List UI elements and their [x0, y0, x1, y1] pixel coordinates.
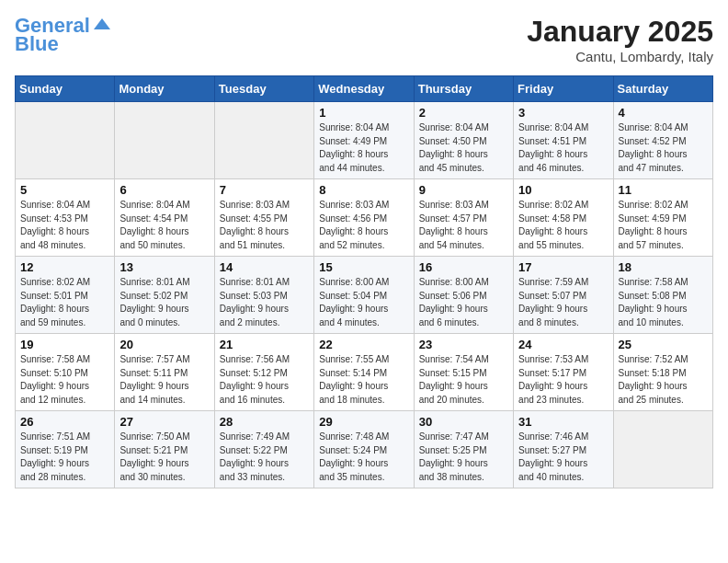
day-number: 26: [20, 415, 109, 429]
calendar-cell: 2Sunrise: 8:04 AM Sunset: 4:50 PM Daylig…: [414, 102, 513, 179]
header-day-thursday: Thursday: [414, 76, 513, 102]
day-number: 5: [20, 183, 109, 197]
day-number: 15: [319, 260, 408, 274]
calendar-cell: 11Sunrise: 8:02 AM Sunset: 4:59 PM Dayli…: [613, 179, 712, 257]
day-info: Sunrise: 8:02 AM Sunset: 5:01 PM Dayligh…: [20, 276, 109, 329]
header-day-sunday: Sunday: [16, 76, 115, 102]
calendar-cell: 23Sunrise: 7:54 AM Sunset: 5:15 PM Dayli…: [414, 334, 513, 411]
day-info: Sunrise: 8:04 AM Sunset: 4:49 PM Dayligh…: [319, 121, 408, 175]
day-number: 11: [619, 183, 708, 197]
week-row-5: 26Sunrise: 7:51 AM Sunset: 5:19 PM Dayli…: [16, 411, 713, 488]
calendar-cell: 21Sunrise: 7:56 AM Sunset: 5:12 PM Dayli…: [214, 334, 313, 411]
day-number: 4: [619, 106, 708, 120]
day-info: Sunrise: 8:04 AM Sunset: 4:51 PM Dayligh…: [518, 121, 608, 175]
calendar-cell: 18Sunrise: 7:58 AM Sunset: 5:08 PM Dayli…: [613, 257, 712, 334]
calendar-cell: 28Sunrise: 7:49 AM Sunset: 5:22 PM Dayli…: [214, 411, 313, 488]
day-info: Sunrise: 8:04 AM Sunset: 4:52 PM Dayligh…: [619, 121, 708, 175]
calendar-cell: [613, 411, 712, 488]
logo-blue-text: Blue: [15, 33, 59, 55]
calendar-cell: [16, 102, 115, 179]
day-info: Sunrise: 8:02 AM Sunset: 4:58 PM Dayligh…: [518, 199, 608, 252]
day-info: Sunrise: 7:55 AM Sunset: 5:14 PM Dayligh…: [319, 353, 408, 407]
calendar-cell: 10Sunrise: 8:02 AM Sunset: 4:58 PM Dayli…: [514, 179, 613, 257]
calendar-cell: 30Sunrise: 7:47 AM Sunset: 5:25 PM Dayli…: [414, 411, 513, 488]
day-number: 7: [220, 183, 309, 197]
day-number: 31: [518, 415, 608, 429]
calendar-cell: 16Sunrise: 8:00 AM Sunset: 5:06 PM Dayli…: [414, 257, 513, 334]
day-number: 24: [518, 338, 608, 351]
day-info: Sunrise: 8:03 AM Sunset: 4:55 PM Dayligh…: [220, 199, 309, 252]
day-info: Sunrise: 8:01 AM Sunset: 5:02 PM Dayligh…: [119, 276, 209, 329]
calendar-cell: 8Sunrise: 8:03 AM Sunset: 4:56 PM Daylig…: [314, 179, 414, 257]
calendar-cell: 17Sunrise: 7:59 AM Sunset: 5:07 PM Dayli…: [514, 257, 613, 334]
day-info: Sunrise: 8:03 AM Sunset: 4:56 PM Dayligh…: [319, 199, 408, 252]
day-number: 18: [619, 260, 708, 274]
calendar-cell: 6Sunrise: 8:04 AM Sunset: 4:54 PM Daylig…: [115, 179, 214, 257]
day-info: Sunrise: 7:52 AM Sunset: 5:18 PM Dayligh…: [619, 353, 708, 407]
day-number: 17: [518, 260, 608, 274]
day-info: Sunrise: 7:48 AM Sunset: 5:24 PM Dayligh…: [319, 431, 408, 484]
calendar-header-row: SundayMondayTuesdayWednesdayThursdayFrid…: [16, 76, 713, 102]
header-day-wednesday: Wednesday: [314, 76, 414, 102]
calendar-table: SundayMondayTuesdayWednesdayThursdayFrid…: [15, 75, 713, 488]
day-info: Sunrise: 7:58 AM Sunset: 5:10 PM Dayligh…: [20, 353, 109, 407]
header-day-saturday: Saturday: [613, 76, 712, 102]
day-info: Sunrise: 8:01 AM Sunset: 5:03 PM Dayligh…: [220, 276, 309, 329]
day-info: Sunrise: 8:04 AM Sunset: 4:54 PM Dayligh…: [119, 199, 209, 252]
day-number: 25: [619, 338, 708, 351]
day-info: Sunrise: 8:04 AM Sunset: 4:53 PM Dayligh…: [20, 199, 109, 252]
week-row-2: 5Sunrise: 8:04 AM Sunset: 4:53 PM Daylig…: [16, 179, 713, 257]
day-number: 27: [119, 415, 209, 429]
calendar-cell: 4Sunrise: 8:04 AM Sunset: 4:52 PM Daylig…: [613, 102, 712, 179]
calendar-cell: 19Sunrise: 7:58 AM Sunset: 5:10 PM Dayli…: [16, 334, 115, 411]
day-info: Sunrise: 8:00 AM Sunset: 5:06 PM Dayligh…: [419, 276, 508, 329]
calendar-cell: 24Sunrise: 7:53 AM Sunset: 5:17 PM Dayli…: [514, 334, 613, 411]
calendar-cell: 12Sunrise: 8:02 AM Sunset: 5:01 PM Dayli…: [16, 257, 115, 334]
day-number: 3: [518, 106, 608, 120]
calendar-cell: [115, 102, 214, 179]
day-number: 16: [419, 260, 508, 274]
calendar-cell: 20Sunrise: 7:57 AM Sunset: 5:11 PM Dayli…: [115, 334, 214, 411]
day-info: Sunrise: 7:59 AM Sunset: 5:07 PM Dayligh…: [518, 276, 608, 329]
day-info: Sunrise: 8:03 AM Sunset: 4:57 PM Dayligh…: [419, 199, 508, 252]
calendar-cell: 7Sunrise: 8:03 AM Sunset: 4:55 PM Daylig…: [214, 179, 313, 257]
calendar-cell: [214, 102, 313, 179]
header-day-monday: Monday: [115, 76, 214, 102]
calendar-cell: 26Sunrise: 7:51 AM Sunset: 5:19 PM Dayli…: [16, 411, 115, 488]
week-row-1: 1Sunrise: 8:04 AM Sunset: 4:49 PM Daylig…: [16, 102, 713, 179]
day-number: 20: [119, 338, 209, 351]
day-info: Sunrise: 7:49 AM Sunset: 5:22 PM Dayligh…: [220, 431, 309, 484]
svg-marker-0: [94, 18, 110, 29]
day-number: 2: [419, 106, 508, 120]
day-number: 30: [419, 415, 508, 429]
day-number: 29: [319, 415, 408, 429]
calendar-cell: 22Sunrise: 7:55 AM Sunset: 5:14 PM Dayli…: [314, 334, 414, 411]
day-info: Sunrise: 8:00 AM Sunset: 5:04 PM Dayligh…: [319, 276, 408, 329]
day-number: 19: [20, 338, 109, 351]
day-number: 28: [220, 415, 309, 429]
logo-icon: [92, 17, 112, 31]
calendar-cell: 15Sunrise: 8:00 AM Sunset: 5:04 PM Dayli…: [314, 257, 414, 334]
day-info: Sunrise: 7:47 AM Sunset: 5:25 PM Dayligh…: [419, 431, 508, 484]
location: Cantu, Lombardy, Italy: [527, 49, 713, 64]
calendar-cell: 5Sunrise: 8:04 AM Sunset: 4:53 PM Daylig…: [16, 179, 115, 257]
week-row-3: 12Sunrise: 8:02 AM Sunset: 5:01 PM Dayli…: [16, 257, 713, 334]
day-number: 23: [419, 338, 508, 351]
calendar-body: 1Sunrise: 8:04 AM Sunset: 4:49 PM Daylig…: [16, 102, 713, 488]
day-info: Sunrise: 8:04 AM Sunset: 4:50 PM Dayligh…: [419, 121, 508, 175]
logo: General Blue: [15, 15, 112, 55]
day-info: Sunrise: 8:02 AM Sunset: 4:59 PM Dayligh…: [619, 199, 708, 252]
calendar-cell: 29Sunrise: 7:48 AM Sunset: 5:24 PM Dayli…: [314, 411, 414, 488]
calendar-cell: 1Sunrise: 8:04 AM Sunset: 4:49 PM Daylig…: [314, 102, 414, 179]
calendar-cell: 9Sunrise: 8:03 AM Sunset: 4:57 PM Daylig…: [414, 179, 513, 257]
week-row-4: 19Sunrise: 7:58 AM Sunset: 5:10 PM Dayli…: [16, 334, 713, 411]
page-header: General Blue January 2025 Cantu, Lombard…: [15, 15, 713, 64]
day-info: Sunrise: 7:46 AM Sunset: 5:27 PM Dayligh…: [518, 431, 608, 484]
calendar-cell: 3Sunrise: 8:04 AM Sunset: 4:51 PM Daylig…: [514, 102, 613, 179]
day-number: 6: [119, 183, 209, 197]
day-number: 9: [419, 183, 508, 197]
day-info: Sunrise: 7:51 AM Sunset: 5:19 PM Dayligh…: [20, 431, 109, 484]
header-day-tuesday: Tuesday: [214, 76, 313, 102]
day-number: 12: [20, 260, 109, 274]
header-day-friday: Friday: [514, 76, 613, 102]
